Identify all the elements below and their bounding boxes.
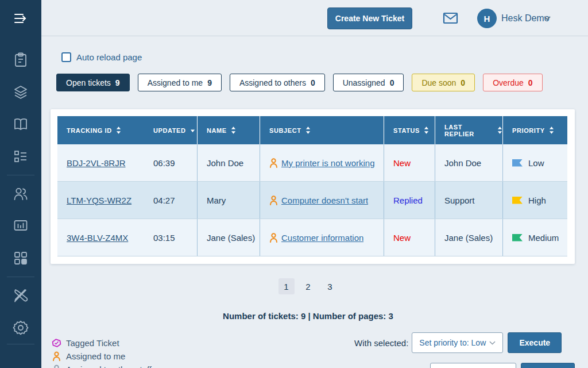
- priority-cell: Medium: [502, 219, 567, 256]
- sidebar-item-tickets[interactable]: [13, 52, 29, 68]
- sidebar-item-reports[interactable]: [13, 217, 29, 233]
- assign-select[interactable]: Click to Select: [430, 363, 516, 368]
- sidebar: [0, 0, 41, 368]
- status-badge: New: [393, 233, 411, 243]
- sidebar-item-modules[interactable]: [13, 250, 29, 266]
- tracking-id-link[interactable]: 3W4-BLV-Z4MX: [67, 233, 128, 243]
- priority-cell: High: [502, 182, 567, 218]
- subject-cell: Customer information: [260, 219, 384, 256]
- ticket-row: BDJ-2VL-8RJR 06:39 John Doe My printer i…: [57, 144, 567, 182]
- table-body: BDJ-2VL-8RJR 06:39 John Doe My printer i…: [57, 144, 567, 256]
- updated-cell: 04:27: [144, 182, 197, 218]
- menu-toggle-icon[interactable]: [13, 10, 29, 26]
- filter-assigned-to-me[interactable]: Assigned to me9: [138, 74, 222, 91]
- subject-link[interactable]: Computer doesn't start: [281, 195, 368, 205]
- subject-link[interactable]: Customer information: [281, 233, 363, 243]
- auto-reload-control[interactable]: Auto reload page: [56, 52, 142, 62]
- icon-legend: Tagged Ticket Assigned to me Assigned to…: [52, 336, 152, 368]
- filter-due-soon[interactable]: Due soon0: [412, 74, 475, 91]
- sidebar-item-knowledgebase[interactable]: [13, 116, 29, 132]
- filter-overdue[interactable]: Overdue0: [483, 74, 543, 91]
- priority-flag-icon: [512, 159, 523, 167]
- pagination: 1 2 3: [41, 278, 575, 294]
- user-avatar[interactable]: H: [477, 9, 497, 28]
- sort-both-icon: [549, 126, 554, 134]
- execute-button[interactable]: Execute: [508, 332, 562, 353]
- column-header-subject[interactable]: SUBJECT: [260, 116, 384, 144]
- legend-tagged-ticket: Tagged Ticket: [52, 336, 152, 350]
- sidebar-divider: [7, 344, 34, 344]
- subject-cell: My printer is not working: [260, 144, 384, 181]
- assign-button[interactable]: Assign: [521, 363, 575, 368]
- tagged-ticket-icon: [52, 338, 61, 348]
- status-badge: New: [393, 158, 411, 168]
- main-content: Auto reload page Open tickets9 Assigned …: [41, 37, 588, 368]
- filter-unassigned[interactable]: Unassigned0: [333, 74, 404, 91]
- name-cell: Mary: [197, 182, 260, 218]
- tickets-summary: Number of tickets: 9 | Number of pages: …: [41, 311, 575, 321]
- priority-cell: Low: [502, 144, 567, 181]
- chevron-down-icon: [544, 16, 551, 21]
- sidebar-divider: [7, 277, 34, 277]
- last-replier-cell: Jane (Sales): [435, 219, 502, 256]
- name-cell: John Doe: [197, 144, 260, 181]
- sort-desc-icon: [190, 126, 195, 134]
- chevron-down-icon: [489, 341, 496, 345]
- sidebar-item-customers[interactable]: [13, 186, 29, 202]
- last-replier-cell: John Doe: [435, 144, 502, 181]
- column-header-tracking-id[interactable]: TRACKING ID: [57, 116, 144, 144]
- bulk-actions: With selected: Set priority to: Low Exec…: [354, 332, 575, 368]
- ticket-row: 3W4-BLV-Z4MX 03:15 Jane (Sales) Customer…: [57, 219, 567, 256]
- assigned-person-icon: [269, 158, 278, 168]
- legend-assigned-to-me: Assigned to me: [52, 350, 152, 363]
- assigned-to-me-icon: [52, 351, 61, 361]
- table-header-row: TRACKING ID UPDATED NAME SUBJECT: [57, 116, 567, 144]
- page-button-3[interactable]: 3: [322, 278, 338, 294]
- with-selected-row: With selected: Set priority to: Low Exec…: [354, 332, 575, 353]
- sort-both-icon: [231, 126, 236, 134]
- legend-assigned-to-other-staff: Assigned to other staff: [52, 363, 152, 368]
- page-button-2[interactable]: 2: [300, 278, 316, 294]
- filter-assigned-to-others[interactable]: Assigned to others0: [230, 74, 325, 91]
- sort-both-icon: [424, 126, 429, 134]
- create-new-ticket-button[interactable]: Create New Ticket: [327, 7, 412, 29]
- name-cell: Jane (Sales): [197, 219, 260, 256]
- filter-open-tickets[interactable]: Open tickets9: [56, 74, 130, 91]
- subject-link[interactable]: My printer is not working: [281, 158, 375, 168]
- sort-both-icon: [116, 126, 121, 134]
- assigned-person-icon: [269, 233, 278, 243]
- assign-selected-row: Assign selected to: Click to Select Assi…: [354, 363, 575, 368]
- tickets-table: TRACKING ID UPDATED NAME SUBJECT: [57, 116, 567, 256]
- last-replier-cell: Support: [435, 182, 502, 218]
- column-header-status[interactable]: STATUS: [384, 116, 435, 144]
- auto-reload-checkbox[interactable]: [61, 52, 71, 62]
- tracking-id-link[interactable]: BDJ-2VL-8RJR: [67, 158, 126, 168]
- ticket-row: LTM-YQS-WR2Z 04:27 Mary Computer doesn't…: [57, 182, 567, 219]
- assigned-to-other-staff-icon: [52, 365, 61, 368]
- sidebar-item-layers[interactable]: [13, 84, 29, 100]
- mail-icon[interactable]: [443, 11, 458, 25]
- sidebar-item-customize[interactable]: [13, 288, 29, 304]
- user-menu[interactable]: Hesk Demo: [501, 13, 550, 24]
- sidebar-divider: [7, 175, 34, 175]
- column-header-priority[interactable]: PRIORITY: [502, 116, 567, 144]
- priority-select[interactable]: Set priority to: Low: [412, 332, 503, 353]
- sort-both-icon: [497, 126, 502, 134]
- sidebar-item-checklist[interactable]: [13, 148, 29, 164]
- sort-both-icon: [305, 126, 311, 134]
- tracking-id-link[interactable]: LTM-YQS-WR2Z: [67, 195, 131, 205]
- column-header-name[interactable]: NAME: [197, 116, 260, 144]
- topbar: Create New Ticket H Hesk Demo: [41, 0, 588, 36]
- tickets-card: TRACKING ID UPDATED NAME SUBJECT: [51, 109, 575, 264]
- with-selected-label: With selected:: [354, 338, 408, 348]
- auto-reload-label: Auto reload page: [76, 52, 142, 62]
- column-header-last-replier[interactable]: LAST REPLIER: [435, 116, 502, 144]
- hesk-admin-app: Create New Ticket H Hesk Demo Auto reloa…: [0, 0, 588, 368]
- assigned-person-icon: [269, 195, 278, 205]
- filter-tabs: Open tickets9 Assigned to me9 Assigned t…: [56, 74, 543, 91]
- column-header-updated[interactable]: UPDATED: [144, 116, 197, 144]
- sidebar-item-settings[interactable]: [13, 320, 29, 336]
- updated-cell: 06:39: [144, 144, 197, 181]
- priority-flag-icon: [512, 234, 523, 241]
- page-button-1[interactable]: 1: [278, 278, 295, 294]
